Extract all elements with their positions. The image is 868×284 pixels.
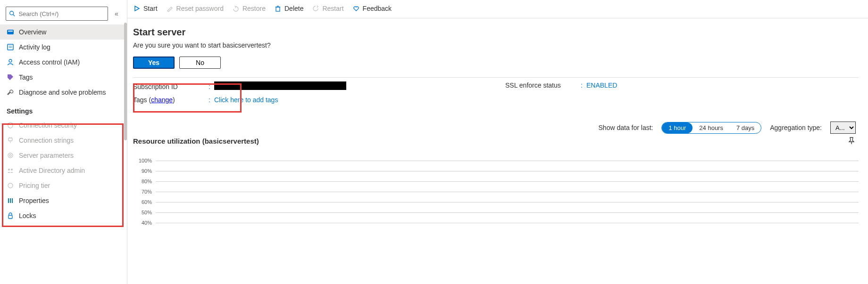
sidebar-item-label: Active Directory admin <box>19 167 85 174</box>
sidebar-item-locks[interactable]: Locks <box>0 208 127 223</box>
prop-key-ssl: SSL enforce status <box>505 81 581 89</box>
toolbar: Start Reset password Restore Delete Rest… <box>127 0 868 18</box>
users-icon <box>7 167 14 174</box>
sidebar-item-label: Connection strings <box>19 137 74 144</box>
aggregation-label: Aggregation type: <box>770 124 822 131</box>
svg-rect-3 <box>8 31 13 32</box>
sidebar-item-connection-security[interactable]: Connection security <box>0 118 127 133</box>
sidebar-item-connection-strings[interactable]: Connection strings <box>0 133 127 148</box>
user-icon <box>7 58 14 66</box>
svg-rect-21 <box>276 7 280 11</box>
resource-properties: Subscription ID : Tags (change) : Click … <box>133 81 859 104</box>
play-icon <box>133 5 141 12</box>
plug-icon <box>7 137 14 144</box>
prop-key-tags: Tags (change) <box>133 96 209 104</box>
chart-grid: 100% 90% 80% 70% 60% 50% 40% <box>133 155 859 228</box>
trash-icon <box>274 5 282 12</box>
delete-button[interactable]: Delete <box>274 5 303 12</box>
sidebar-item-label: Server parameters <box>19 152 74 159</box>
restart-button[interactable]: Restart <box>312 5 343 12</box>
svg-rect-20 <box>8 215 12 219</box>
collapse-sidebar-button[interactable]: « <box>112 10 121 17</box>
prop-val-ssl[interactable]: ENABLED <box>586 81 617 89</box>
svg-point-0 <box>10 11 14 15</box>
restore-button[interactable]: Restore <box>232 5 266 12</box>
sidebar-item-ad-admin[interactable]: Active Directory admin <box>0 163 127 178</box>
sidebar-item-label: Access control (IAM) <box>19 58 80 66</box>
svg-line-1 <box>13 15 15 16</box>
restore-icon <box>232 5 240 12</box>
sidebar-search[interactable] <box>6 7 108 21</box>
start-server-dialog: Start server Are you sure you want to st… <box>133 27 859 78</box>
server-icon <box>7 28 14 36</box>
time-range-label: Show data for last: <box>599 124 653 131</box>
range-7days[interactable]: 7 days <box>730 122 761 133</box>
pencil-icon <box>166 5 174 12</box>
bars-icon <box>7 197 14 204</box>
start-button[interactable]: Start <box>133 5 158 12</box>
svg-point-14 <box>8 169 10 170</box>
prop-key-subscription-id: Subscription ID <box>133 83 209 90</box>
pin-icon <box>847 137 856 145</box>
svg-point-15 <box>11 169 13 170</box>
sidebar-item-label: Tags <box>19 73 33 81</box>
sidebar-item-iam[interactable]: Access control (IAM) <box>0 55 127 70</box>
y-tick: 50% <box>139 210 156 215</box>
sidebar-item-properties[interactable]: Properties <box>0 193 127 208</box>
svg-rect-2 <box>7 30 14 34</box>
shield-icon <box>7 122 14 129</box>
reset-password-button[interactable]: Reset password <box>166 5 224 12</box>
pin-chart-button[interactable] <box>847 137 856 145</box>
sidebar-item-label: Diagnose and solve problems <box>19 89 106 96</box>
lock-icon <box>7 212 14 219</box>
search-icon <box>9 10 16 17</box>
sidebar-item-overview[interactable]: Overview <box>0 24 127 40</box>
y-tick: 60% <box>139 199 156 205</box>
log-icon <box>7 43 14 51</box>
y-tick: 80% <box>139 179 156 184</box>
y-tick: 100% <box>139 158 156 163</box>
sidebar-section-settings: Settings <box>0 100 127 118</box>
y-tick: 40% <box>139 220 156 226</box>
svg-point-12 <box>8 153 13 158</box>
sidebar-item-diagnose[interactable]: Diagnose and solve problems <box>0 85 127 100</box>
redacted-value <box>214 81 346 90</box>
search-input[interactable] <box>18 10 105 17</box>
y-tick: 70% <box>139 189 156 195</box>
sidebar-item-pricing-tier[interactable]: Pricing tier <box>0 178 127 193</box>
sidebar-item-activitylog[interactable]: Activity log <box>0 40 127 55</box>
chart-title: Resource utilization (basicservertest) <box>133 137 259 145</box>
feedback-button[interactable]: Feedback <box>352 5 392 12</box>
svg-rect-8 <box>8 138 12 141</box>
svg-rect-4 <box>8 44 13 50</box>
restart-icon <box>312 5 319 12</box>
svg-point-16 <box>8 183 13 188</box>
sidebar-scrollbar[interactable] <box>124 23 127 140</box>
y-tick: 90% <box>139 168 156 174</box>
chart-section: Show data for last: 1 hour 24 hours 7 da… <box>133 122 859 228</box>
sidebar-item-label: Pricing tier <box>19 182 50 189</box>
sidebar-item-server-parameters[interactable]: Server parameters <box>0 148 127 163</box>
dialog-yes-button[interactable]: Yes <box>133 57 175 69</box>
tags-change-link[interactable]: change <box>151 96 173 104</box>
cog-icon <box>7 182 14 189</box>
dialog-title: Start server <box>133 27 859 38</box>
svg-point-13 <box>9 154 11 156</box>
add-tags-link[interactable]: Click here to add tags <box>214 96 278 104</box>
sidebar: « Overview Activity log Access control (… <box>0 0 127 284</box>
sidebar-item-label: Properties <box>19 197 49 204</box>
sidebar-item-label: Connection security <box>19 122 77 129</box>
sidebar-item-label: Activity log <box>19 43 50 51</box>
time-range-picker[interactable]: 1 hour 24 hours 7 days <box>661 122 761 134</box>
wrench-icon <box>7 89 14 96</box>
tag-icon <box>7 73 14 81</box>
range-1hour[interactable]: 1 hour <box>662 122 693 133</box>
gear-icon <box>7 152 14 159</box>
sidebar-item-tags[interactable]: Tags <box>0 70 127 85</box>
svg-point-7 <box>9 59 12 62</box>
dialog-no-button[interactable]: No <box>179 57 221 69</box>
prop-val-subscription-id <box>214 81 346 91</box>
dialog-message: Are you sure you want to start basicserv… <box>133 41 859 49</box>
aggregation-select[interactable]: A... <box>830 122 856 134</box>
range-24hours[interactable]: 24 hours <box>693 122 730 133</box>
